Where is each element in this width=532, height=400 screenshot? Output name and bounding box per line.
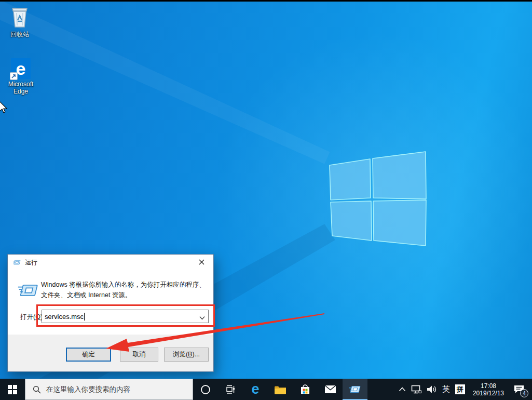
- desktop-wallpaper: 回收站 e Microsoft Edge 运行: [0, 0, 532, 400]
- cortana-icon: [200, 384, 211, 395]
- cancel-button[interactable]: 取消: [120, 348, 158, 362]
- taskbar: 在这里输入你要搜索的内容 e: [0, 379, 532, 400]
- close-icon[interactable]: [190, 255, 213, 270]
- search-placeholder: 在这里输入你要搜索的内容: [46, 385, 130, 394]
- open-label: 打开(O):: [20, 313, 45, 322]
- taskbar-clock[interactable]: 17:08 2019/12/13: [468, 379, 509, 400]
- clock-time: 17:08: [481, 382, 496, 390]
- text-caret: [84, 313, 85, 321]
- chevron-up-icon: [399, 387, 406, 392]
- desktop-icon-edge[interactable]: e Microsoft Edge: [0, 54, 42, 95]
- run-dialog-icon: [12, 258, 21, 266]
- mouse-cursor: [0, 101, 8, 114]
- desktop-icon-label: Microsoft Edge: [0, 81, 42, 95]
- system-tray: 英 拼 17:08 2019/12/13 4: [396, 379, 532, 400]
- notification-count-badge: 4: [520, 389, 528, 397]
- browse-button[interactable]: 浏览(B)...: [164, 348, 209, 362]
- store-icon: [299, 384, 311, 395]
- action-center-button[interactable]: 4: [509, 379, 532, 400]
- run-dialog-window: 运行 Windows 将根据你所输入的名称，为你打开相应的程序、 文件夹、文档或…: [7, 254, 214, 372]
- top-black-strip: [0, 0, 532, 2]
- search-icon: [33, 385, 41, 394]
- taskbar-run-button[interactable]: [343, 379, 367, 400]
- taskbar-task-view-button[interactable]: [218, 379, 243, 400]
- mail-icon: [324, 385, 336, 394]
- taskbar-cortana-button[interactable]: [193, 379, 218, 400]
- shortcut-arrow-icon: [10, 72, 18, 80]
- desktop-icon-label: 回收站: [0, 31, 40, 38]
- run-dialog-description: Windows 将根据你所输入的名称，为你打开相应的程序、 文件夹、文档或 In…: [41, 279, 207, 300]
- volume-tray-button[interactable]: [424, 379, 440, 400]
- chevron-down-icon[interactable]: [199, 314, 205, 322]
- network-tray-button[interactable]: [408, 379, 424, 400]
- run-icon: [17, 282, 40, 299]
- taskbar-mail-button[interactable]: [318, 379, 343, 400]
- folder-icon: [274, 384, 287, 395]
- ok-button[interactable]: 确定: [66, 348, 111, 362]
- tray-overflow-button[interactable]: [396, 379, 408, 400]
- taskbar-search-input[interactable]: 在这里输入你要搜索的内容: [25, 379, 193, 400]
- taskbar-edge-button[interactable]: e: [243, 379, 268, 400]
- edge-icon: e: [251, 381, 259, 397]
- taskbar-file-explorer-button[interactable]: [268, 379, 293, 400]
- edge-icon: e: [0, 54, 42, 79]
- run-dialog-title: 运行: [25, 258, 37, 267]
- volume-icon: [427, 385, 437, 394]
- desktop-icon-recycle-bin[interactable]: 回收站: [0, 4, 40, 38]
- clock-date: 2019/12/13: [473, 390, 504, 397]
- windows-logo-wallpaper: [319, 145, 433, 252]
- network-icon: [411, 385, 421, 394]
- start-icon: [8, 385, 17, 394]
- run-command-input[interactable]: services.msc: [42, 310, 209, 323]
- run-icon: [348, 384, 362, 394]
- run-dialog-titlebar[interactable]: 运行: [8, 255, 213, 270]
- run-command-value: services.msc: [45, 313, 84, 321]
- taskbar-store-button[interactable]: [293, 379, 318, 400]
- task-view-icon: [226, 384, 236, 394]
- ime-language-indicator[interactable]: 英: [440, 379, 453, 400]
- ime-mode-indicator[interactable]: 拼: [453, 379, 468, 400]
- recycle-bin-icon: [0, 4, 40, 29]
- start-button[interactable]: [0, 379, 25, 400]
